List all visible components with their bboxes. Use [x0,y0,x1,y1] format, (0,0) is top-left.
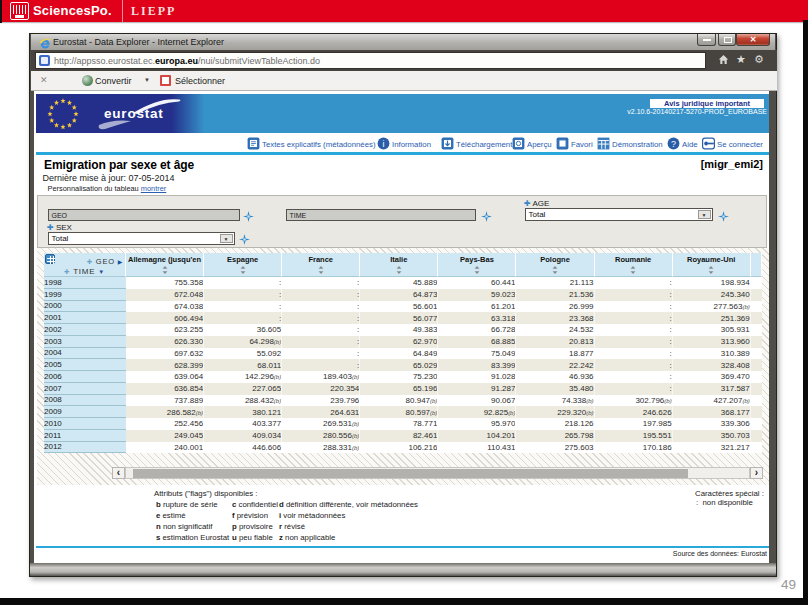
svg-text:i: i [383,139,385,149]
svg-text:?: ? [671,139,676,149]
